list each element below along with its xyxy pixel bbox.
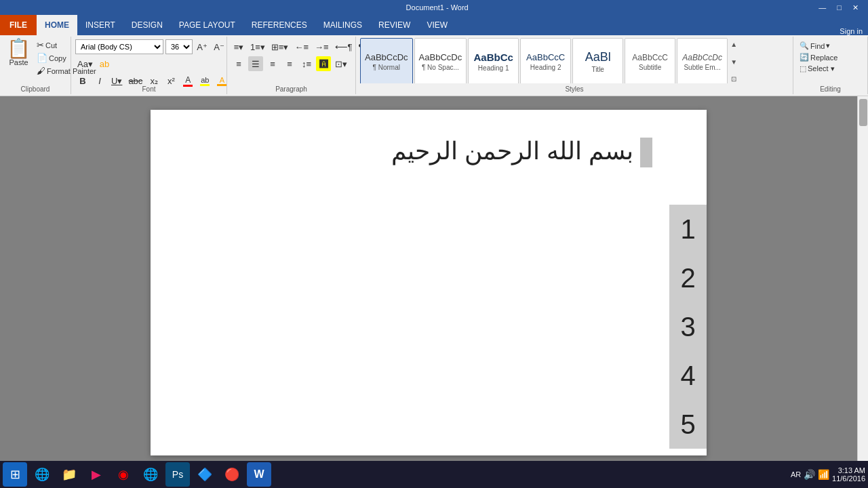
sign-in-link[interactable]: Sign in — [834, 27, 868, 35]
tab-home[interactable]: HOME — [37, 15, 77, 35]
maximize-button[interactable]: □ — [833, 3, 846, 12]
style-heading2[interactable]: AaBbCcC Heading 2 — [520, 38, 571, 83]
ribbon: 📋 Paste ✂ Cut 📄 Copy 🖌 Format Painter Cl… — [0, 35, 868, 96]
style-no-spacing-label: ¶ No Spac... — [422, 64, 459, 71]
ribbon-tabs: FILE HOME INSERT DESIGN PAGE LAYOUT REFE… — [0, 15, 868, 35]
text-highlight-button[interactable]: ab — [97, 56, 112, 71]
select-button[interactable]: ⬚ Select ▾ — [797, 64, 840, 74]
ps-button[interactable]: Ps — [165, 462, 190, 487]
window-title: Document1 - Word — [60, 3, 814, 12]
style-subtitle[interactable]: AaBbCcC Subtitle — [625, 38, 675, 83]
media-button[interactable]: ▶ — [84, 462, 108, 487]
scrollbar-thumb[interactable] — [859, 99, 867, 126]
tab-view[interactable]: VIEW — [418, 15, 456, 35]
document-scroll[interactable]: بسم الله الرحمن الرحيم 1 2 3 4 5 — [0, 96, 857, 469]
find-replace-group: 🔍 Find ▾ 🔄 Replace ⬚ Select ▾ — [797, 38, 840, 74]
cut-label: Cut — [45, 41, 57, 49]
paste-icon: 📋 — [7, 39, 31, 58]
style-title-label: Title — [591, 66, 604, 73]
line-spacing-button[interactable]: ↕≡ — [299, 56, 314, 71]
line-num-3: 3 — [669, 302, 707, 351]
line-num-1: 1 — [669, 205, 707, 253]
document-area: بسم الله الرحمن الرحيم 1 2 3 4 5 — [0, 96, 868, 469]
styles-scroll-up[interactable]: ▲ — [729, 39, 738, 49]
line-num-2: 2 — [669, 253, 707, 302]
minimize-button[interactable]: — — [814, 3, 830, 12]
font-color-icon: A — [217, 76, 226, 86]
style-normal-label: ¶ Normal — [373, 64, 400, 71]
font-label: Font — [71, 85, 226, 93]
style-title[interactable]: AaBl Title — [572, 38, 623, 83]
style-no-spacing[interactable]: AaBbCcDc ¶ No Spac... — [414, 38, 467, 83]
align-right-button[interactable]: ≡ — [265, 56, 280, 71]
replace-button[interactable]: 🔄 Replace — [797, 52, 840, 62]
title-bar: Document1 - Word — □ ✕ — [0, 0, 868, 15]
explorer-button[interactable]: 📁 — [57, 462, 81, 487]
opera-button[interactable]: ◉ — [111, 462, 136, 487]
clock: 3:13 AM 11/6/2016 — [832, 466, 865, 483]
clipboard-group: 📋 Paste ✂ Cut 📄 Copy 🖌 Format Painter Cl… — [0, 37, 71, 94]
increase-indent-button[interactable]: →≡ — [313, 39, 331, 54]
style-normal-preview: AaBbCcDc — [365, 52, 408, 62]
styles-expand[interactable]: ⊡ — [729, 74, 738, 83]
justify-button[interactable]: ≡ — [282, 56, 297, 71]
multilevel-list-button[interactable]: ⊞≡▾ — [269, 39, 291, 54]
styles-scroll-controls[interactable]: ▲ ▼ ⊡ — [729, 38, 738, 83]
style-subtitle-preview: AaBbCcC — [632, 53, 668, 62]
cut-icon: ✂ — [37, 40, 44, 50]
document-page[interactable]: بسم الله الرحمن الرحيم 1 2 3 4 5 — [151, 110, 707, 455]
borders-button[interactable]: ⊡▾ — [333, 56, 349, 71]
change-case-button[interactable]: Aa▾ — [75, 56, 95, 71]
paste-button[interactable]: 📋 Paste — [4, 38, 33, 68]
tab-review[interactable]: REVIEW — [370, 15, 418, 35]
shading-button[interactable]: 🅰 — [316, 56, 331, 71]
arabic-text: بسم الله الرحمن الرحيم — [391, 137, 633, 165]
style-normal[interactable]: AaBbCcDc ¶ Normal — [360, 38, 413, 83]
arabic-text-line[interactable]: بسم الله الرحمن الرحيم — [205, 137, 652, 167]
tab-design[interactable]: DESIGN — [123, 15, 171, 35]
font-group: Arial (Body CS) 36 A⁺ A⁻ Aa▾ ab B I U▾ a… — [71, 37, 227, 94]
time: 3:13 AM — [832, 466, 865, 474]
align-left-button[interactable]: ≡ — [231, 56, 246, 71]
tab-references[interactable]: REFERENCES — [243, 15, 315, 35]
editing-group: 🔍 Find ▾ 🔄 Replace ⬚ Select ▾ Editing — [793, 37, 868, 94]
style-heading1-preview: AaBbCc — [473, 52, 513, 63]
taskbar: ⊞ 🌐 📁 ▶ ◉ 🌐 Ps 🔷 🔴 W AR 🔊 📶 3:13 AM 11/6… — [0, 461, 868, 488]
copy-label: Copy — [49, 54, 66, 62]
find-label: Find — [810, 42, 825, 50]
rtl-button[interactable]: ⟵¶ — [333, 39, 355, 54]
close-button[interactable]: ✕ — [848, 3, 863, 12]
openproject-button[interactable]: 🔷 — [193, 462, 217, 487]
word-button[interactable]: W — [247, 462, 271, 487]
find-button[interactable]: 🔍 Find ▾ — [797, 41, 840, 51]
styles-scroll-down[interactable]: ▼ — [729, 57, 738, 67]
style-subtle-em[interactable]: AaBbCcDc Subtle Em... — [677, 38, 728, 83]
paragraph-group: ≡▾ 1≡▾ ⊞≡▾ ←≡ →≡ ⟵¶ ¶⟶ ↕A ¶ ≡ ☰ ≡ ≡ ↕≡ 🅰… — [227, 37, 356, 94]
chrome-button[interactable]: 🌐 — [138, 462, 163, 487]
numbering-button[interactable]: 1≡▾ — [248, 39, 267, 54]
highlight-icon: ab — [200, 76, 210, 86]
tab-page-layout[interactable]: PAGE LAYOUT — [171, 15, 243, 35]
tab-file[interactable]: FILE — [0, 15, 37, 35]
vertical-scrollbar[interactable] — [857, 96, 868, 469]
select-label: Select ▾ — [808, 64, 835, 73]
window-controls-right[interactable]: — □ ✕ — [814, 3, 863, 12]
styles-content: AaBbCcDc ¶ Normal AaBbCcDc ¶ No Spac... … — [360, 38, 738, 83]
system-tray[interactable]: 🔊 📶 — [804, 469, 829, 480]
align-center-button[interactable]: ☰ — [248, 56, 263, 71]
style-subtitle-label: Subtitle — [639, 64, 661, 71]
increase-font-button[interactable]: A⁺ — [195, 39, 210, 54]
avast-button[interactable]: 🔴 — [220, 462, 244, 487]
start-button[interactable]: ⊞ — [3, 462, 27, 487]
ie-button[interactable]: 🌐 — [30, 462, 54, 487]
line-numbers: 1 2 3 4 5 — [669, 205, 707, 449]
font-family-select[interactable]: Arial (Body CS) — [75, 39, 163, 54]
decrease-font-button[interactable]: A⁻ — [212, 39, 226, 54]
decrease-indent-button[interactable]: ←≡ — [292, 39, 311, 54]
tab-mailings[interactable]: MAILINGS — [315, 15, 370, 35]
style-heading2-label: Heading 2 — [530, 64, 561, 71]
style-heading1[interactable]: AaBbCc Heading 1 — [468, 38, 519, 83]
tab-insert[interactable]: INSERT — [77, 15, 123, 35]
bullets-button[interactable]: ≡▾ — [231, 39, 246, 54]
font-size-select[interactable]: 36 — [165, 39, 193, 54]
